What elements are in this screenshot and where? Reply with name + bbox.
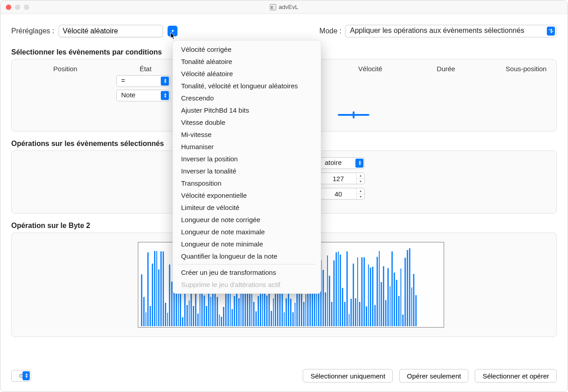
chart-bar bbox=[286, 298, 287, 326]
chart-bar bbox=[340, 255, 341, 326]
chart-bar bbox=[385, 300, 386, 326]
chart-bar bbox=[333, 260, 335, 326]
chart-bar bbox=[387, 268, 389, 326]
menu-item[interactable]: Vélocité exponentielle bbox=[173, 189, 321, 201]
chart-bar bbox=[357, 257, 359, 326]
chart-bar bbox=[255, 311, 257, 326]
menu-item[interactable]: Ajuster PitchBd 14 bits bbox=[173, 104, 321, 116]
more-menu-button[interactable]: ⊙ ▲▼ bbox=[11, 370, 31, 382]
menu-item-delete-transform: Supprime le jeu d'altérations actif bbox=[173, 278, 321, 291]
chart-bar bbox=[206, 306, 207, 326]
chart-bar bbox=[391, 251, 393, 326]
chart-bar bbox=[167, 313, 168, 326]
chart-bar bbox=[364, 257, 365, 326]
operation-mode-value: atoire bbox=[325, 159, 342, 166]
select-only-button[interactable]: Sélectionner uniquement bbox=[303, 369, 393, 383]
chart-bar bbox=[370, 268, 371, 326]
chart-bar bbox=[150, 306, 151, 326]
menu-item[interactable]: Inverser la position bbox=[173, 153, 321, 165]
menu-item[interactable]: Vélocité aléatoire bbox=[173, 68, 321, 80]
chart-bar bbox=[411, 287, 413, 326]
chart-bar bbox=[290, 299, 291, 326]
menu-item[interactable]: Crescendo bbox=[173, 92, 321, 104]
menu-item-create-transform[interactable]: Créer un jeu de transformations bbox=[173, 266, 321, 278]
chevron-down-icon: ▾ bbox=[172, 29, 174, 33]
window-controls bbox=[0, 5, 29, 10]
chart-bar bbox=[415, 295, 417, 326]
chart-bar bbox=[158, 269, 159, 326]
step-down-icon[interactable]: ▼ bbox=[357, 179, 364, 184]
chart-bar bbox=[238, 298, 240, 326]
menu-item[interactable]: Humaniser bbox=[173, 141, 321, 153]
step-up-icon[interactable]: ▲ bbox=[357, 173, 364, 179]
top-controls-row: Préréglages : ▾ Mode : Appliquer les opé… bbox=[11, 22, 557, 40]
chart-bar bbox=[374, 305, 376, 326]
preset-menu-button[interactable]: ▾ bbox=[168, 26, 177, 36]
chart-bar bbox=[189, 301, 190, 326]
updown-icon: ▲▼ bbox=[550, 28, 553, 34]
step-down-icon[interactable]: ▼ bbox=[357, 194, 364, 200]
chart-bar bbox=[390, 286, 391, 326]
chart-bar bbox=[165, 303, 166, 326]
chart-bar bbox=[396, 280, 397, 326]
chart-bar bbox=[366, 306, 367, 326]
minimize-window-button[interactable] bbox=[15, 5, 20, 10]
operation-mode-popup[interactable]: atoire ▲▼ bbox=[320, 157, 365, 169]
chart-bar bbox=[264, 292, 265, 326]
menu-item[interactable]: Mi-vitesse bbox=[173, 128, 321, 141]
preset-field[interactable] bbox=[59, 25, 163, 37]
footer: ⊙ ▲▼ Sélectionner uniquement Opérer seul… bbox=[11, 369, 557, 383]
step-up-icon[interactable]: ▲ bbox=[357, 188, 364, 194]
menu-item[interactable]: Tonalité aléatoire bbox=[173, 55, 321, 68]
header-position: Position bbox=[18, 65, 113, 73]
chart-bar bbox=[253, 302, 254, 326]
velocity-slider-thumb[interactable] bbox=[353, 111, 354, 119]
menu-item[interactable]: Vélocité corrigée bbox=[173, 43, 321, 55]
menu-item[interactable]: Limiteur de vélocité bbox=[173, 201, 321, 214]
menu-item[interactable]: Quantifier la longueur de la note bbox=[173, 250, 321, 262]
chart-bar bbox=[361, 257, 363, 326]
chart-bar bbox=[242, 294, 244, 326]
menu-item[interactable]: Longueur de note maximale bbox=[173, 226, 321, 238]
chart-bar bbox=[217, 297, 218, 326]
chart-bar bbox=[305, 294, 307, 326]
chart-bar bbox=[338, 251, 339, 326]
etat-operator-popup[interactable]: = ▲▼ bbox=[116, 75, 170, 87]
etat-operator-value: = bbox=[121, 77, 125, 84]
chart-bar bbox=[182, 317, 183, 326]
menu-item[interactable]: Inverser la tonalité bbox=[173, 165, 321, 177]
chart-bar bbox=[353, 264, 354, 326]
document-icon: ◧ bbox=[270, 4, 276, 10]
chart-bar bbox=[186, 305, 188, 326]
close-window-button[interactable] bbox=[6, 5, 11, 10]
chart-bar bbox=[303, 302, 304, 326]
chart-bar bbox=[143, 297, 145, 326]
chart-bar bbox=[379, 251, 380, 326]
select-and-operate-button[interactable]: Sélectionner et opérer bbox=[475, 369, 557, 383]
chart-bar bbox=[349, 314, 350, 326]
chart-bar bbox=[234, 296, 235, 326]
chart-bar bbox=[284, 312, 285, 326]
min-value: 40 bbox=[320, 190, 356, 198]
chart-bar bbox=[400, 269, 402, 326]
menu-item[interactable]: Tonalité, vélocité et longueur aléatoire… bbox=[173, 80, 321, 92]
max-value-stepper[interactable]: 127 ▲▼ bbox=[320, 173, 365, 184]
chart-bar bbox=[266, 296, 268, 326]
menu-item[interactable]: Transposition bbox=[173, 177, 321, 189]
zoom-window-button[interactable] bbox=[24, 5, 29, 10]
chart-bar bbox=[271, 311, 272, 326]
updown-icon: ▲▼ bbox=[164, 93, 167, 98]
menu-item[interactable]: Vitesse double bbox=[173, 116, 321, 128]
chart-bar bbox=[232, 309, 233, 326]
menu-item[interactable]: Longueur de note corrigée bbox=[173, 214, 321, 226]
min-value-stepper[interactable]: 40 ▲▼ bbox=[320, 188, 365, 200]
menu-item[interactable]: Longueur de note minimale bbox=[173, 238, 321, 250]
chart-bar bbox=[141, 274, 142, 326]
chart-bar bbox=[372, 267, 373, 326]
chart-bar bbox=[204, 296, 205, 326]
mode-popup[interactable]: Appliquer les opérations aux évènements … bbox=[345, 25, 557, 37]
chart-bar bbox=[407, 250, 408, 326]
operate-only-button[interactable]: Opérer seulement bbox=[399, 369, 468, 383]
mode-label: Mode : bbox=[319, 27, 341, 35]
etat-type-popup[interactable]: Note ▲▼ bbox=[116, 90, 170, 101]
